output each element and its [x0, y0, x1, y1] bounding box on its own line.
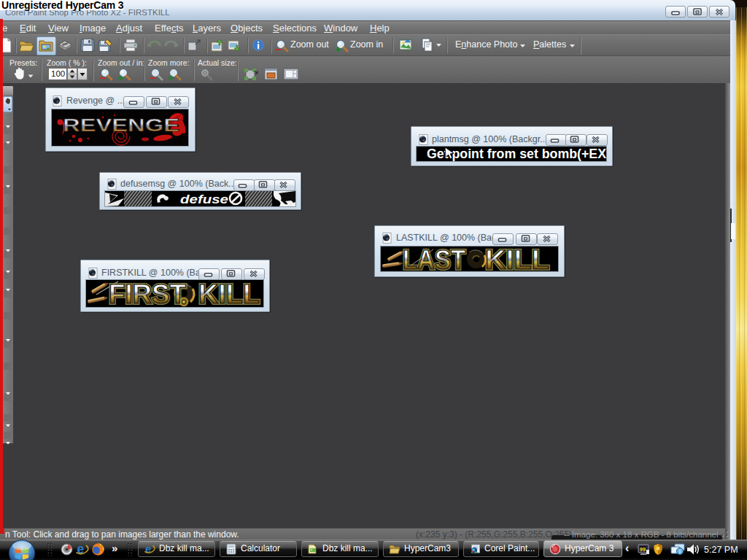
svg-text:LAST: LAST: [403, 246, 465, 271]
svg-text:KILL: KILL: [198, 280, 260, 307]
svg-text:99: 99: [640, 547, 646, 552]
svg-text:FIRST: FIRST: [109, 280, 186, 307]
svg-text:KILL: KILL: [485, 246, 549, 271]
svg-text:REVENGE: REVENGE: [63, 116, 179, 135]
svg-text:Get point from set bomb(+EX: Get point from set bomb(+EX: [427, 147, 606, 161]
svg-text:defuse: defuse: [180, 192, 228, 206]
